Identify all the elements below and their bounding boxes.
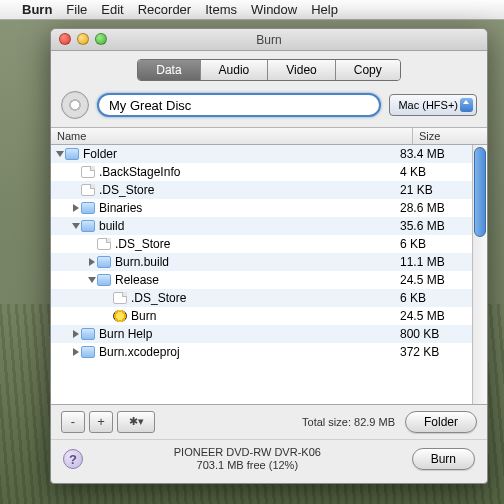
vertical-scrollbar[interactable] — [472, 145, 487, 404]
menu-items[interactable]: Items — [205, 2, 237, 17]
folder-icon — [97, 274, 111, 286]
row-label: Burn — [131, 309, 156, 323]
row-size: 24.5 MB — [400, 309, 468, 323]
window-title: Burn — [256, 33, 281, 47]
disclosure-triangle[interactable] — [88, 277, 96, 283]
menu-edit[interactable]: Edit — [101, 2, 123, 17]
folder-icon — [81, 328, 95, 340]
column-headers[interactable]: Name Size — [51, 127, 487, 145]
table-row[interactable]: Burn Help800 KB — [51, 325, 472, 343]
folder-icon — [81, 202, 95, 214]
tab-copy[interactable]: Copy — [336, 60, 400, 80]
tab-video[interactable]: Video — [268, 60, 335, 80]
folder-icon — [81, 346, 95, 358]
minimize-button[interactable] — [77, 33, 89, 45]
disclosure-triangle[interactable] — [73, 204, 79, 212]
disclosure-triangle[interactable] — [89, 258, 95, 266]
close-button[interactable] — [59, 33, 71, 45]
folder-icon — [81, 220, 95, 232]
app-window: Burn Data Audio Video Copy Mac (HFS+) Na… — [50, 28, 488, 484]
file-icon — [97, 238, 111, 250]
row-label: .BackStageInfo — [99, 165, 180, 179]
burn-button[interactable]: Burn — [412, 448, 475, 470]
row-label: .DS_Store — [131, 291, 186, 305]
row-size: 24.5 MB — [400, 273, 468, 287]
drive-info: PIONEER DVD-RW DVR-K06 703.1 MB free (12… — [93, 446, 402, 474]
file-list[interactable]: Folder83.4 MB.BackStageInfo4 KB.DS_Store… — [51, 145, 472, 404]
table-row[interactable]: Burn.build11.1 MB — [51, 253, 472, 271]
menu-help[interactable]: Help — [311, 2, 338, 17]
row-size: 28.6 MB — [400, 201, 468, 215]
row-label: Binaries — [99, 201, 142, 215]
action-menu-button[interactable]: ✱▾ — [117, 411, 155, 433]
file-icon — [113, 292, 127, 304]
disc-name-input[interactable] — [97, 93, 381, 117]
disclosure-triangle[interactable] — [73, 348, 79, 356]
table-row[interactable]: Release24.5 MB — [51, 271, 472, 289]
row-label: build — [99, 219, 124, 233]
folder-chooser-button[interactable]: Folder — [405, 411, 477, 433]
menubar: Burn File Edit Recorder Items Window Hel… — [0, 0, 504, 20]
burn-icon — [113, 310, 127, 322]
help-button[interactable]: ? — [63, 449, 83, 469]
table-row[interactable]: build35.6 MB — [51, 217, 472, 235]
row-label: Burn Help — [99, 327, 152, 341]
disclosure-triangle[interactable] — [56, 151, 64, 157]
table-row[interactable]: .BackStageInfo4 KB — [51, 163, 472, 181]
total-size-label: Total size: 82.9 MB — [302, 416, 395, 428]
row-label: Burn.xcodeproj — [99, 345, 180, 359]
row-label: Release — [115, 273, 159, 287]
folder-icon — [65, 148, 79, 160]
row-size: 83.4 MB — [400, 147, 468, 161]
row-size: 372 KB — [400, 345, 468, 359]
row-size: 6 KB — [400, 291, 468, 305]
menu-window[interactable]: Window — [251, 2, 297, 17]
remove-button[interactable]: - — [61, 411, 85, 433]
row-label: .DS_Store — [99, 183, 154, 197]
titlebar[interactable]: Burn — [51, 29, 487, 51]
zoom-button[interactable] — [95, 33, 107, 45]
disclosure-triangle[interactable] — [73, 330, 79, 338]
table-row[interactable]: .DS_Store21 KB — [51, 181, 472, 199]
add-button[interactable]: + — [89, 411, 113, 433]
disclosure-triangle[interactable] — [72, 223, 80, 229]
header-size[interactable]: Size — [413, 128, 487, 144]
row-size: 800 KB — [400, 327, 468, 341]
row-size: 11.1 MB — [400, 255, 468, 269]
row-size: 4 KB — [400, 165, 468, 179]
file-icon — [81, 184, 95, 196]
header-name[interactable]: Name — [51, 128, 413, 144]
tab-data[interactable]: Data — [138, 60, 200, 80]
row-label: .DS_Store — [115, 237, 170, 251]
row-size: 6 KB — [400, 237, 468, 251]
table-row[interactable]: Binaries28.6 MB — [51, 199, 472, 217]
folder-icon — [97, 256, 111, 268]
row-label: Burn.build — [115, 255, 169, 269]
app-menu[interactable]: Burn — [22, 2, 52, 17]
filesystem-select[interactable]: Mac (HFS+) — [389, 94, 477, 116]
table-row[interactable]: .DS_Store6 KB — [51, 235, 472, 253]
table-row[interactable]: .DS_Store6 KB — [51, 289, 472, 307]
row-size: 35.6 MB — [400, 219, 468, 233]
table-row[interactable]: Burn.xcodeproj372 KB — [51, 343, 472, 361]
row-label: Folder — [83, 147, 117, 161]
tab-audio[interactable]: Audio — [201, 60, 269, 80]
table-row[interactable]: Burn24.5 MB — [51, 307, 472, 325]
table-row[interactable]: Folder83.4 MB — [51, 145, 472, 163]
menu-recorder[interactable]: Recorder — [138, 2, 191, 17]
file-icon — [81, 166, 95, 178]
disc-icon — [61, 91, 89, 119]
scrollbar-thumb[interactable] — [474, 147, 486, 237]
menu-file[interactable]: File — [66, 2, 87, 17]
mode-tabs: Data Audio Video Copy — [51, 51, 487, 87]
row-size: 21 KB — [400, 183, 468, 197]
